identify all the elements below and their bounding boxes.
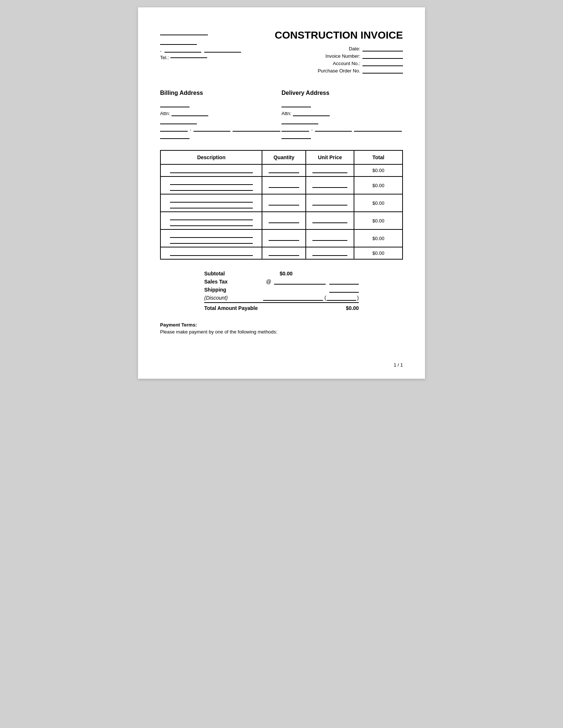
total-cell-1: $0.00 [354,164,403,176]
company-zip [204,47,241,53]
company-address-row: , [160,47,275,53]
comma2: , [190,126,191,132]
qty-cell-6 [262,247,305,259]
shipping-label: Shipping [204,287,263,293]
desc-underlines-5 [165,233,257,244]
comma3: , [311,126,313,132]
total-payable-value: $0.00 [329,305,359,311]
totals-table: Subtotal $0.00 Sales Tax @ Shipping (Dis… [204,271,359,311]
price-cell-5 [306,229,354,247]
desc-cell-4 [160,212,262,229]
invoice-number-value [362,53,403,59]
desc-underline-6a [170,251,253,256]
col-quantity: Quantity [262,150,305,164]
account-no-value [362,60,403,66]
invoice-page: , Tel.: CONSTRUCTION INVOICE Date: Invoi… [138,7,425,379]
desc-cell-3 [160,194,262,212]
paren-right: ) [357,295,359,301]
shipping-value [329,287,359,293]
price-cell-3 [306,194,354,212]
sales-tax-rate [274,279,326,285]
subtotal-value: $0.00 [263,271,293,276]
delivery-city [282,126,309,132]
discount-value [327,295,356,301]
delivery-city-row: , [282,126,403,132]
billing-zip [233,126,280,132]
po-row: Purchase Order No. [275,68,403,74]
billing-attn-label: Attn: [160,111,170,116]
header-section: , Tel.: CONSTRUCTION INVOICE Date: Invoi… [160,29,403,75]
at-symbol: @ [263,279,274,285]
desc-underline-4b [170,221,253,226]
desc-underlines-6 [165,251,257,256]
invoice-number-row: Invoice Number: [275,53,403,59]
tel-value [170,57,207,58]
col-unit-price: Unit Price [306,150,354,164]
delivery-address-block: Delivery Address Attn: , [282,90,403,139]
invoice-number-label: Invoice Number: [325,53,360,59]
col-total: Total [354,150,403,164]
total-cell-3: $0.00 [354,194,403,212]
delivery-attn-row: Attn: [282,110,403,116]
discount-field [263,295,323,301]
po-label: Purchase Order No. [318,68,360,74]
delivery-name [282,101,311,107]
table-row: $0.00 [160,212,403,229]
desc-underline-3a [170,197,253,203]
qty-underline-3 [269,200,299,206]
desc-underline-2a [170,180,253,185]
qty-cell-5 [262,229,305,247]
desc-cell-2 [160,176,262,194]
desc-underlines-2 [165,180,257,191]
qty-cell-4 [262,212,305,229]
total-cell-4: $0.00 [354,212,403,229]
addresses-section: Billing Address Attn: , Delivery Address… [160,90,403,139]
po-value [362,68,403,74]
table-row: $0.00 [160,194,403,212]
table-row: $0.00 [160,229,403,247]
date-label: Date: [349,46,360,51]
desc-underline-3b [170,203,253,208]
payment-terms-title: Payment Terms: [160,322,403,328]
payment-terms-text: Please make payment by one of the follow… [160,329,403,335]
date-value [362,46,403,51]
price-underline-5 [312,236,347,241]
total-payable-label: Total Amount Payable [204,305,285,311]
subtotal-row: Subtotal $0.00 [204,271,359,276]
invoice-table: Description Quantity Unit Price Total $0… [160,150,403,260]
price-cell-2 [306,176,354,194]
billing-title: Billing Address [160,90,282,96]
comma-separator: , [160,47,162,53]
billing-state [194,126,230,132]
delivery-addr-line1 [282,118,318,124]
shipping-row: Shipping [204,287,359,293]
price-underline-3 [312,200,347,206]
desc-underline-5a [170,233,253,238]
tel-row: Tel.: [160,55,275,60]
col-description: Description [160,150,262,164]
qty-underline-6 [269,251,299,256]
discount-label: (Discount) [204,295,263,301]
qty-cell-1 [262,164,305,176]
invoice-meta: Date: Invoice Number: Account No.: Purch… [275,46,403,74]
desc-underline-5b [170,239,253,244]
billing-name [160,101,190,107]
desc-underlines-3 [165,197,257,208]
price-cell-1 [306,164,354,176]
delivery-attn-label: Attn: [282,111,291,116]
desc-cell-1 [160,164,262,176]
qty-underline-5 [269,236,299,241]
total-cell-5: $0.00 [354,229,403,247]
total-cell-2: $0.00 [354,176,403,194]
delivery-attn-value [293,110,330,116]
desc-underline-2b [170,186,253,191]
sales-tax-row: Sales Tax @ [204,279,359,285]
qty-underline-4 [269,218,299,223]
paren-left: ( [325,295,326,301]
desc-cell-5 [160,229,262,247]
company-name-line [160,29,208,35]
qty-cell-2 [262,176,305,194]
qty-underline-2 [269,183,299,188]
company-info: , Tel.: [160,29,275,60]
table-row: $0.00 [160,176,403,194]
